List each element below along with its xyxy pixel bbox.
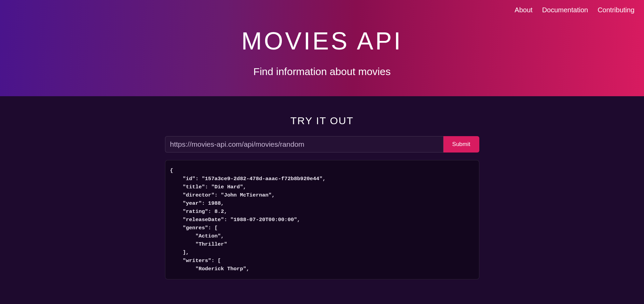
hero: MOVIES API Find information about movies <box>10 27 634 77</box>
page-title: MOVIES API <box>10 27 634 55</box>
header: About Documentation Contributing MOVIES … <box>0 0 644 96</box>
submit-button[interactable]: Submit <box>443 136 479 153</box>
main-content: TRY IT OUT Submit { "id": "157a3ce9-2d82… <box>158 96 486 279</box>
nav-link-contributing[interactable]: Contributing <box>598 6 634 14</box>
api-url-input[interactable] <box>165 136 443 153</box>
top-nav: About Documentation Contributing <box>10 6 634 14</box>
page-subtitle: Find information about movies <box>10 66 634 77</box>
nav-link-documentation[interactable]: Documentation <box>542 6 588 14</box>
tryout-form: Submit <box>165 136 479 153</box>
nav-link-about[interactable]: About <box>515 6 532 14</box>
api-response-display: { "id": "157a3ce9-2d82-478d-aaac-f72b8b9… <box>165 160 479 279</box>
tryout-title: TRY IT OUT <box>165 115 479 127</box>
